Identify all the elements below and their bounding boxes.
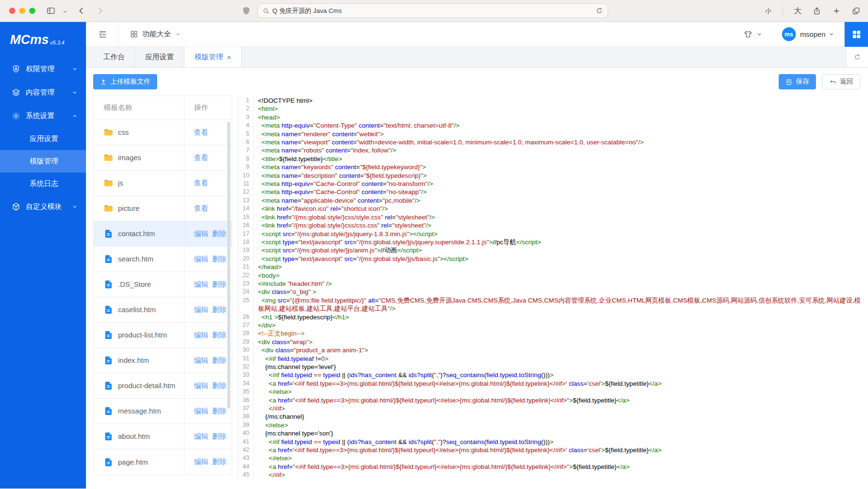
new-tab-icon[interactable] [832, 7, 841, 15]
back-icon[interactable] [77, 6, 86, 15]
action-link-编辑[interactable]: 编辑 [194, 229, 208, 239]
action-link-查看[interactable]: 查看 [194, 179, 208, 188]
action-link-删除[interactable]: 删除 [212, 305, 226, 315]
action-link-查看[interactable]: 查看 [194, 128, 208, 137]
feature-menu[interactable]: 功能大全 [130, 30, 181, 39]
table-row[interactable]: message.htm编辑删除 [94, 399, 232, 424]
action-link-编辑[interactable]: 编辑 [194, 432, 208, 441]
username: msopen [800, 30, 825, 38]
reload-icon[interactable] [596, 7, 603, 14]
upload-template-button[interactable]: 上传模板文件 [93, 74, 157, 89]
action-link-编辑[interactable]: 编辑 [194, 407, 208, 416]
sidebar-item-系统设置[interactable]: 系统设置 [0, 104, 86, 128]
refresh-tab-button[interactable] [846, 47, 868, 67]
close-icon[interactable]: × [227, 54, 231, 61]
action-link-删除[interactable]: 删除 [212, 457, 226, 467]
action-link-删除[interactable]: 删除 [212, 407, 226, 416]
action-link-删除[interactable]: 删除 [212, 432, 226, 441]
chevron-down-icon[interactable] [757, 32, 762, 37]
action-link-删除[interactable]: 删除 [212, 280, 226, 289]
zoom-window-button[interactable] [29, 8, 35, 14]
table-row[interactable]: page.htm编辑删除 [94, 449, 232, 475]
line-number: 21 [238, 263, 254, 271]
table-row[interactable]: css查看 [94, 120, 232, 145]
forward-icon[interactable] [96, 6, 105, 15]
sidebar-item-模版管理[interactable]: 模版管理 [0, 150, 86, 173]
table-row[interactable]: .DS_Store编辑删除 [94, 272, 232, 297]
code-line: 21</head> [238, 263, 865, 271]
close-window-button[interactable] [9, 8, 15, 14]
folder-icon [104, 204, 113, 213]
code-text: <#else> [254, 421, 865, 429]
sidebar-toggle-icon[interactable] [46, 6, 56, 15]
back-button[interactable]: 返回 [822, 74, 860, 89]
address-bar[interactable]: Q 免疫开源的 Java Cms [257, 3, 608, 18]
sidebar-item-系统日志[interactable]: 系统日志 [0, 173, 86, 195]
tab-label: 应用设置 [145, 53, 174, 62]
table-body: css查看images查看js查看picture查看contact.htm编辑删… [94, 120, 232, 475]
table-row[interactable]: about.htm编辑删除 [94, 424, 232, 449]
action-link-编辑[interactable]: 编辑 [194, 457, 208, 467]
sidebar-item-内容管理[interactable]: 内容管理 [0, 81, 86, 104]
action-link-编辑[interactable]: 编辑 [194, 255, 208, 264]
code-line: 11 <meta http-equiv="Cache-Control" cont… [238, 180, 865, 188]
text-larger-button[interactable]: 大 [794, 6, 802, 16]
table-row[interactable]: product-list.htm编辑删除 [94, 323, 232, 348]
table-row[interactable]: search.htm编辑删除 [94, 247, 232, 272]
user-avatar[interactable]: ms [782, 27, 796, 41]
line-number: 25 [238, 296, 254, 313]
save-label: 保存 [796, 77, 809, 86]
file-name: index.htm [118, 356, 149, 365]
action-link-编辑[interactable]: 编辑 [194, 331, 208, 340]
code-line: 32 {ms:channel type='level'} [238, 363, 865, 371]
action-link-删除[interactable]: 删除 [212, 356, 226, 365]
action-link-编辑[interactable]: 编辑 [194, 356, 208, 365]
tab-overview-icon[interactable] [852, 7, 860, 15]
code-line: 22<body> [238, 272, 865, 280]
tab-模版管理[interactable]: 模版管理× [184, 47, 242, 67]
code-line: 27</div> [238, 321, 865, 329]
sidebar-item-权限管理[interactable]: 权限管理 [0, 57, 86, 81]
chevron-down-icon[interactable] [63, 9, 67, 14]
table-row[interactable]: index.htm编辑删除 [94, 348, 232, 373]
table-row[interactable]: images查看 [94, 145, 232, 171]
divider [118, 22, 118, 47]
sidebar-item-自定义模块[interactable]: 自定义模块 [0, 195, 86, 218]
privacy-shield-icon[interactable] [242, 6, 251, 16]
line-number: 18 [238, 238, 254, 246]
apps-launcher-button[interactable] [845, 22, 868, 47]
share-icon[interactable] [813, 7, 821, 15]
file-name: images [118, 153, 141, 163]
code-line: 29<div class="wrap"> [238, 338, 865, 346]
table-row[interactable]: caselist.htm编辑删除 [94, 297, 232, 323]
file-name: product-list.htm [118, 330, 167, 340]
action-link-编辑[interactable]: 编辑 [194, 305, 208, 315]
code-editor[interactable]: 1<!DOCTYPE html>2<html>3<head>4 <meta ht… [238, 96, 865, 479]
table-row[interactable]: contact.htm编辑删除 [94, 221, 232, 247]
table-row[interactable]: js查看 [94, 171, 232, 196]
action-link-编辑[interactable]: 编辑 [194, 280, 208, 289]
action-link-查看[interactable]: 查看 [194, 204, 208, 213]
table-row[interactable]: picture查看 [94, 196, 232, 221]
sidebar-item-应用设置[interactable]: 应用设置 [0, 128, 86, 150]
code-text: <script src="/{ms:global.style/}js/jquer… [254, 230, 865, 238]
theme-tshirt-icon[interactable] [743, 30, 753, 39]
text-smaller-button[interactable]: 小 [765, 7, 772, 15]
action-link-编辑[interactable]: 编辑 [194, 381, 208, 391]
menu-fold-icon[interactable] [98, 30, 107, 39]
table-row[interactable]: product-detail.htm编辑删除 [94, 373, 232, 399]
code-line: 12 <meta http-equiv="Cache-Control" cont… [238, 188, 865, 196]
code-line: 9 <meta name="keywords" content="${field… [238, 163, 865, 171]
code-text: <meta name="keywords" content="${field.t… [254, 163, 865, 171]
tab-工作台[interactable]: 工作台 [93, 47, 135, 67]
chevron-down-icon[interactable] [829, 32, 834, 37]
minimize-window-button[interactable] [19, 8, 25, 14]
save-button[interactable]: 保存 [779, 74, 816, 89]
action-link-删除[interactable]: 删除 [212, 255, 226, 264]
action-link-查看[interactable]: 查看 [194, 153, 208, 163]
action-link-删除[interactable]: 删除 [212, 331, 226, 340]
action-link-删除[interactable]: 删除 [212, 381, 226, 391]
tab-应用设置[interactable]: 应用设置 [135, 47, 184, 67]
action-link-删除[interactable]: 删除 [212, 229, 226, 239]
file-list-scrollbar[interactable] [227, 122, 230, 409]
